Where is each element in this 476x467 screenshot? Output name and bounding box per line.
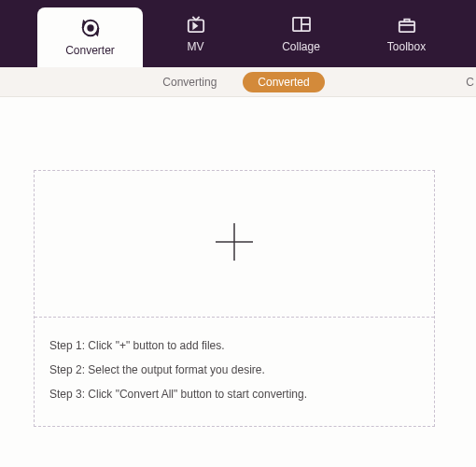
sub-nav: Converting Converted C [0, 67, 476, 97]
nav-label-toolbox: Toolbox [387, 40, 426, 53]
svg-marker-2 [95, 33, 97, 35]
instruction-step-2: Step 2: Select the output format you des… [49, 364, 419, 375]
converter-icon [80, 18, 101, 38]
collage-icon [291, 14, 312, 35]
instruction-step-1: Step 1: Click "+" button to add files. [49, 340, 419, 351]
subtab-converting[interactable]: Converting [151, 72, 228, 92]
top-nav: Converter MV Collage [0, 0, 476, 67]
nav-label-collage: Collage [282, 40, 320, 53]
subtab-converted[interactable]: Converted [243, 72, 324, 92]
subnav-right-partial: C [466, 76, 476, 89]
nav-tab-converter[interactable]: Converter [37, 7, 143, 67]
add-files-zone[interactable] [35, 171, 434, 317]
nav-label-mv: MV [188, 40, 204, 53]
nav-label-converter: Converter [65, 44, 115, 57]
nav-tab-toolbox[interactable]: Toolbox [354, 0, 459, 67]
svg-point-1 [88, 25, 93, 31]
svg-rect-8 [399, 21, 413, 32]
svg-marker-3 [83, 21, 85, 24]
toolbox-icon [397, 14, 417, 35]
nav-tab-mv[interactable]: MV [143, 0, 248, 67]
drop-card: Step 1: Click "+" button to add files. S… [34, 170, 435, 427]
instruction-step-3: Step 3: Click "Convert All" button to st… [49, 389, 419, 400]
instructions: Step 1: Click "+" button to add files. S… [35, 318, 434, 426]
mv-icon [186, 14, 206, 35]
content-area: Step 1: Click "+" button to add files. S… [0, 97, 476, 427]
plus-icon [212, 219, 257, 268]
nav-tab-collage[interactable]: Collage [248, 0, 354, 67]
